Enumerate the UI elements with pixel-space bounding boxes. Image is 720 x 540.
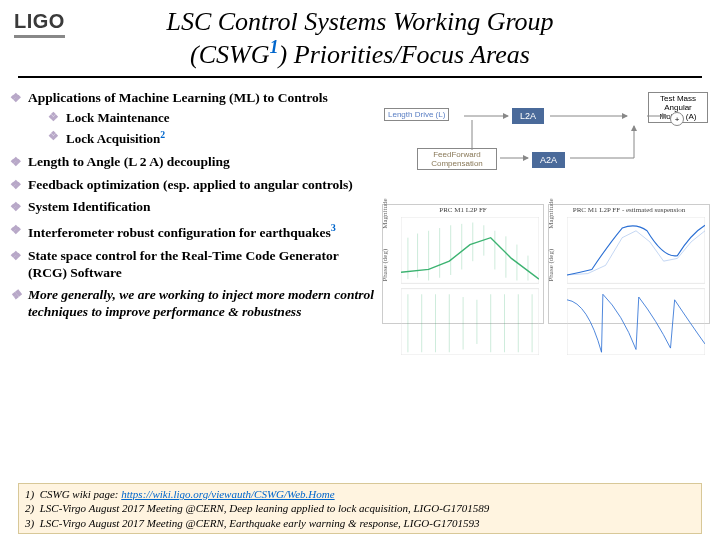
ylabel-phase-left: Phase (deg) bbox=[381, 248, 389, 281]
feedforward-box: FeedForward Compensation bbox=[417, 148, 497, 170]
figure-region: Length Drive (L) Test Mass Angular Motio… bbox=[374, 90, 710, 327]
logo: LIGO bbox=[14, 10, 65, 38]
footnote-ref: 2 bbox=[160, 129, 165, 140]
cswg-wiki-link[interactable]: https://wiki.ligo.org/viewauth/CSWG/Web.… bbox=[121, 488, 334, 500]
footnote-2: 2) LSC-Virgo August 2017 Meeting @CERN, … bbox=[25, 501, 695, 515]
footnotes: 1) CSWG wiki page: https://wiki.ligo.org… bbox=[18, 483, 702, 534]
list-item: Interferometer robust configuration for … bbox=[10, 222, 374, 241]
title-line1: LSC Control Systems Working Group bbox=[166, 7, 553, 36]
list-item: State space control for the Real-Time Co… bbox=[10, 248, 374, 282]
a2a-box: A2A bbox=[532, 152, 565, 168]
list-item: Lock Maintenance bbox=[48, 110, 374, 126]
footnote-1: 1) CSWG wiki page: https://wiki.ligo.org… bbox=[25, 487, 695, 501]
ylabel-magnitude-left: Magnitude bbox=[381, 199, 389, 229]
ylabel-magnitude-right: Magnitude bbox=[547, 199, 555, 229]
list-item: Feedback optimization (esp. applied to a… bbox=[10, 177, 374, 194]
list-item: Length to Angle (L 2 A) decoupling bbox=[10, 154, 374, 171]
block-diagram: Length Drive (L) Test Mass Angular Motio… bbox=[382, 90, 710, 200]
bullet-list-region: Applications of Machine Learning (ML) to… bbox=[10, 90, 374, 327]
plot-left-title: PRC M1 L2P FF bbox=[383, 205, 543, 215]
ylabel-phase-right: Phase (deg) bbox=[547, 248, 555, 281]
svg-rect-7 bbox=[401, 217, 539, 283]
title-line2-before: (CSWG bbox=[190, 40, 269, 69]
list-item: System Identification bbox=[10, 199, 374, 216]
slide-title: LSC Control Systems Working Group (CSWG1… bbox=[18, 0, 702, 78]
list-item: Applications of Machine Learning (ML) to… bbox=[10, 90, 374, 148]
footnote-ref: 3 bbox=[331, 222, 336, 233]
title-ref-1: 1 bbox=[270, 37, 279, 57]
plot-right-title: PRC M1 L2P FF - estimated suspension bbox=[549, 205, 709, 215]
l2a-box: L2A bbox=[512, 108, 544, 124]
list-item: More generally, we are working to inject… bbox=[10, 287, 374, 321]
plot-row: PRC M1 L2P FF Magnitude Phase (deg) bbox=[382, 204, 710, 324]
footnote-3: 3) LSC-Virgo August 2017 Meeting @CERN, … bbox=[25, 516, 695, 530]
list-item: Lock Acquisition2 bbox=[48, 129, 374, 148]
plot-right: PRC M1 L2P FF - estimated suspension Mag… bbox=[548, 204, 710, 324]
title-line2-after: ) Priorities/Focus Areas bbox=[279, 40, 530, 69]
logo-text: LIGO bbox=[14, 10, 65, 38]
length-drive-label: Length Drive (L) bbox=[384, 108, 449, 121]
plot-left: PRC M1 L2P FF Magnitude Phase (deg) bbox=[382, 204, 544, 324]
sum-node: + bbox=[670, 112, 684, 126]
